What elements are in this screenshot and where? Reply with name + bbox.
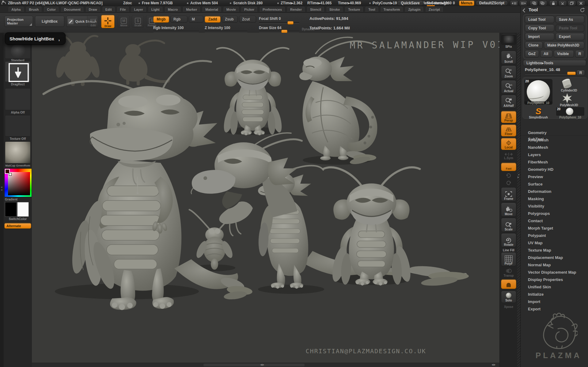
menu-file[interactable]: File [117,7,129,12]
polyf-button[interactable]: PolyF [501,252,516,266]
section-preview[interactable]: Preview [521,173,588,181]
tray-resize-arrows-icon[interactable]: ◄◄ [0,186,3,191]
close-icon[interactable] [577,0,585,6]
lsym-button[interactable]: L.Sym [500,153,518,160]
menu-edit[interactable]: Edit [103,7,115,12]
menus-button[interactable]: Menus [459,0,474,6]
see-through-label[interactable]: See-through [427,1,448,5]
all-button[interactable]: All [540,50,552,58]
panel-back-icon[interactable] [522,8,526,13]
section-display-properties[interactable]: Display Properties [521,276,588,283]
quicksave-button[interactable]: QuickSave [397,0,424,6]
projection-master-button[interactable]: Projection Master [4,16,33,27]
menu-document[interactable]: Document [61,7,83,12]
lock-icon[interactable] [549,0,558,6]
alternate-button[interactable]: Alternate [4,223,31,229]
goz-button[interactable]: GoZ [525,50,539,58]
save-as-button[interactable]: Save As [556,16,584,23]
active-tool-slider-label[interactable]: PolySphere_10. 48 [525,67,560,72]
menu-brush[interactable]: Brush [26,7,42,12]
zcut-button[interactable]: Zcut [239,16,256,23]
spix-thumbnail[interactable] [501,34,516,45]
clone-button[interactable]: Clone [525,42,543,49]
goz-r-button[interactable]: R [575,50,584,58]
rotate-cw-icon[interactable] [500,180,518,186]
xpose-button[interactable]: Xpose [500,305,518,309]
local-button[interactable]: Local [501,138,516,150]
section-normal-map[interactable]: Normal Map [521,261,588,269]
section-polypaint[interactable]: Polypaint [521,232,588,239]
main-color-swatch[interactable] [5,202,17,217]
rgb-intensity-track[interactable] [153,31,199,32]
menu-preferences[interactable]: Preferences [260,7,285,12]
material-tile[interactable] [5,141,31,163]
menu-texture[interactable]: Texture [345,7,363,12]
panel-divider[interactable]: ◄▶ [517,33,520,367]
spix-label[interactable]: SPix [500,45,518,48]
menu-tool[interactable]: Tool [366,7,378,12]
rotate-button[interactable]: Rotate [501,233,516,247]
minimize-icon[interactable] [558,0,567,6]
section-fibermesh[interactable]: FiberMesh [521,159,588,166]
z-intensity-slider[interactable]: Z Intensity 100 [205,26,230,30]
frame-button[interactable]: Frame [501,187,516,201]
hscroll-handle[interactable] [203,364,305,366]
hscroll-arrows-icon[interactable]: ◀▶ [260,363,264,366]
move-mode-button[interactable]: M Move [118,15,130,28]
section-deformation[interactable]: Deformation [521,188,588,195]
section-polygroups[interactable]: Polygroups [521,210,588,217]
transp-button[interactable]: Transp [500,268,518,277]
solo-button[interactable]: Solo [501,291,516,303]
section-export[interactable]: Export [521,305,588,313]
paste-tool-button[interactable]: Paste Tool [556,24,584,32]
collapse-left-tray-icon[interactable] [510,0,518,6]
zoom-button[interactable]: Zoom [501,66,516,79]
section-surface[interactable]: Surface [521,181,588,188]
section-texture-map[interactable]: Texture Map [521,247,588,254]
section-masking[interactable]: Masking [521,195,588,203]
section-unified-skin[interactable]: Unified Skin [521,283,588,291]
zadd-button[interactable]: Zadd [205,16,221,23]
tool-r-button[interactable]: R [576,70,585,76]
switchcolor-label[interactable]: SwitchColor [4,217,32,221]
persp-button[interactable]: Persp [501,111,516,123]
zsub-button[interactable]: Zsub [222,16,238,23]
menu-zscript[interactable]: Zscript [426,7,443,12]
menu-light[interactable]: Light [149,7,162,12]
export-button[interactable]: Export [556,33,584,40]
scale-mode-button[interactable]: S Scale [132,15,144,28]
menu-zplugin[interactable]: Zplugin [405,7,423,12]
canvas-hscrollbar[interactable]: ◀▶ ◀▶ [32,363,499,367]
mrgb-button[interactable]: Mrgb [153,16,169,23]
menu-draw[interactable]: Draw [86,7,100,12]
section-arraymesh[interactable]: ArrayMesh [521,137,588,144]
visible-button[interactable]: Visible [554,50,574,58]
section-geometry-hd[interactable]: Geometry HD [521,166,588,173]
make-polymesh3d-button[interactable]: Make PolyMesh3D [544,42,584,49]
section-contact[interactable]: Contact [521,217,588,225]
menu-color[interactable]: Color [44,7,59,12]
active-tool-slider-handle[interactable] [567,72,576,75]
simplebrush-icon[interactable]: S [530,107,547,116]
stroke-tile[interactable] [5,61,31,82]
collapse-right-tray-icon[interactable] [519,0,528,6]
menu-macro[interactable]: Macro [165,7,180,12]
polymesh3d-icon[interactable] [562,93,573,103]
draw-size-track[interactable] [259,31,299,32]
actual-button[interactable]: x1 Actual [501,80,516,94]
draw-mode-button[interactable]: Draw [101,15,115,28]
divider-arrows-icon[interactable]: ◄▶ [518,174,520,178]
menu-alpha[interactable]: Alpha [9,7,24,12]
menu-stencil[interactable]: Stencil [307,7,324,12]
load-tool-button[interactable]: Load Tool [525,16,554,23]
copy-tool-button[interactable]: Copy Tool [525,24,554,32]
move-button[interactable]: Move [501,203,516,217]
fast-button[interactable]: Fast [501,163,516,171]
ghost-button[interactable] [501,279,516,289]
menu-render[interactable]: Render [287,7,305,12]
focal-shift-handle[interactable] [287,21,294,24]
menu-movie[interactable]: Movie [224,7,239,12]
section-displacement-map[interactable]: Displacement Map [521,254,588,261]
texture-tile[interactable] [5,115,31,137]
secondary-color-swatch[interactable] [17,202,29,217]
